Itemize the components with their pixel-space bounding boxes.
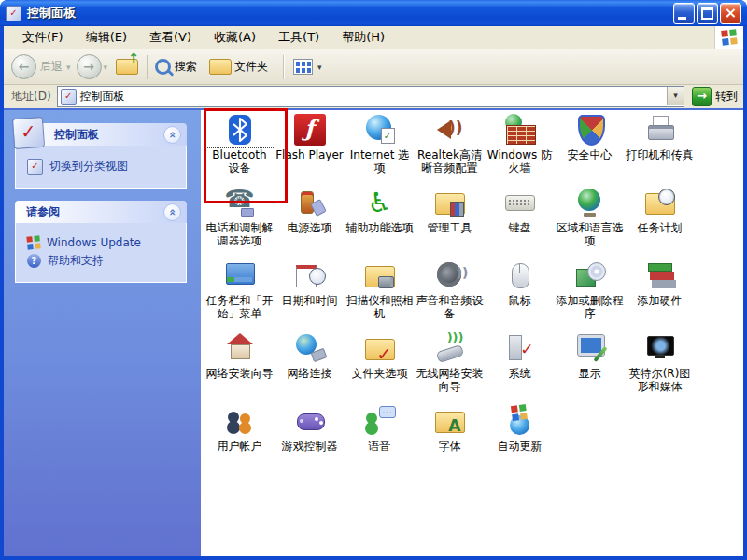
cp-item-display[interactable]: 显示 [555,332,625,405]
cp-item-speech[interactable]: 语音 [345,405,415,478]
sidebar-item-windows-update[interactable]: Windows Update [27,236,182,249]
control-panel-icon [12,117,45,149]
cp-item-label: 任务计划 [625,221,695,234]
accessibility-options-icon [364,187,396,218]
back-dropdown-icon[interactable]: ▾ [66,63,71,72]
cp-item-administrative-tools[interactable]: 管理工具 [415,187,485,259]
cp-item-flash-player[interactable]: Flash Player [275,114,345,187]
cp-item-security-center[interactable]: 安全中心 [555,114,625,187]
cp-item-wireless-network-setup-wizard[interactable]: 无线网络安装向导 [415,332,485,405]
panel-body: Windows Update 帮助和支持 [15,223,187,283]
views-dropdown-icon[interactable]: ▾ [317,63,322,72]
date-time-icon [294,259,326,291]
maximize-button[interactable] [697,3,718,24]
automatic-updates-icon [504,405,536,437]
display-icon [574,332,606,364]
sidebar-link-label: 帮助和支持 [48,253,104,269]
search-icon[interactable] [155,59,171,75]
cp-item-label: 任务栏和「开始」菜单 [204,294,275,320]
cp-item-regional-language-options[interactable]: 区域和语言选项 [555,187,625,259]
cp-item-add-remove-programs[interactable]: 添加或删除程序 [555,259,625,332]
cp-item-power-options[interactable]: 电源选项 [275,187,345,259]
cp-item-network-connections[interactable]: 网络连接 [275,332,345,405]
cp-item-system[interactable]: 系统 [485,332,555,405]
security-center-icon [574,114,606,146]
address-dropdown-button[interactable]: ▾ [667,87,684,105]
help-support-icon [27,254,41,268]
cp-item-realtek-audio[interactable]: Realtek高清晰音频配置 [415,114,485,187]
folders-icon[interactable] [209,59,232,75]
address-label: 地址(D) [11,89,51,105]
windows-update-icon [26,235,40,249]
cp-item-network-setup-wizard[interactable]: 网络安装向导 [204,332,275,405]
address-combobox[interactable]: 控制面板 ▾ [57,86,684,107]
phone-modem-options-icon [224,187,256,218]
game-controllers-icon [294,405,326,437]
cp-item-label: 扫描仪和照相机 [345,294,415,320]
cp-item-accessibility-options[interactable]: 辅助功能选项 [345,187,415,259]
chevron-up-icon[interactable] [163,203,181,221]
panel-body: 切换到分类视图 [15,146,187,189]
back-button[interactable] [11,54,36,79]
bluetooth-devices-icon [224,114,256,146]
forward-button[interactable] [77,54,102,79]
folders-button-label[interactable]: 文件夹 [234,59,268,75]
window-client: 文件(F) 编辑(E) 查看(V) 收藏(A) 工具(T) 帮助(H) 后退 ▾… [4,26,743,556]
cp-item-folder-options[interactable]: 文件夹选项 [345,332,415,405]
cp-item-user-accounts[interactable]: 用户帐户 [204,405,275,478]
windows-logo-block [714,26,743,49]
cp-item-scanners-cameras[interactable]: 扫描仪和照相机 [345,259,415,332]
panel-title: 请参阅 [26,204,163,220]
cp-item-mouse[interactable]: 鼠标 [485,259,555,332]
search-button-label[interactable]: 搜索 [175,59,197,75]
sidebar-item-switch-category-view[interactable]: 切换到分类视图 [27,159,182,175]
cp-item-scheduled-tasks[interactable]: 任务计划 [625,187,695,259]
cp-item-label: 无线网络安装向导 [415,367,485,393]
cp-item-bluetooth-devices[interactable]: Bluetooth 设备 [204,114,275,187]
internet-options-icon [364,114,396,146]
cp-item-label: 管理工具 [415,221,485,234]
cp-item-intel-graphics-media[interactable]: 英特尔(R)图形和媒体 [625,332,695,405]
mouse-icon [504,259,536,291]
cp-item-phone-modem-options[interactable]: 电话和调制解调器选项 [204,187,275,259]
forward-dropdown-icon[interactable]: ▾ [104,63,108,72]
menu-file[interactable]: 文件(F) [11,26,75,49]
up-button[interactable] [116,59,138,75]
realtek-audio-icon [434,114,466,146]
minimize-button[interactable] [673,3,695,24]
menu-help[interactable]: 帮助(H) [331,26,396,49]
network-setup-wizard-icon [224,332,256,364]
cp-item-printers-faxes[interactable]: 打印机和传真 [625,114,695,187]
speech-icon [364,405,396,437]
cp-item-sounds-audio-devices[interactable]: 声音和音频设备 [415,259,485,332]
content-area: 控制面板 切换到分类视图 请参阅 [4,108,743,556]
go-icon[interactable] [692,87,712,106]
cp-item-internet-options[interactable]: Internet 选项 [345,114,415,187]
menu-tools[interactable]: 工具(T) [267,26,331,49]
cp-item-date-time[interactable]: 日期和时间 [275,259,345,332]
chevron-up-icon[interactable] [163,126,181,144]
titlebar: 控制面板 [0,0,747,26]
cp-item-automatic-updates[interactable]: 自动更新 [485,405,555,478]
cp-item-add-hardware[interactable]: 添加硬件 [625,259,695,332]
cp-item-keyboard[interactable]: 键盘 [485,187,555,259]
cp-item-taskbar-start-menu[interactable]: 任务栏和「开始」菜单 [204,259,275,332]
cp-item-label: 安全中心 [555,148,625,161]
go-label[interactable]: 转到 [715,89,738,105]
sidebar-item-help-support[interactable]: 帮助和支持 [27,253,182,269]
intel-graphics-media-icon [644,332,676,364]
panel-header[interactable]: 控制面板 [15,123,187,146]
cp-item-windows-firewall[interactable]: Windows 防火墙 [485,114,555,187]
panel-header[interactable]: 请参阅 [15,201,187,223]
cp-item-label: 添加或删除程序 [555,294,625,320]
cp-item-game-controllers[interactable]: 游戏控制器 [275,405,345,478]
cp-item-label: Bluetooth 设备 [204,148,275,175]
cp-item-fonts[interactable]: 字体 [415,405,485,478]
menu-edit[interactable]: 编辑(E) [75,26,138,49]
cp-item-label: Realtek高清晰音频配置 [415,148,485,175]
menu-favorites[interactable]: 收藏(A) [203,26,267,49]
views-icon[interactable] [293,59,313,75]
cp-item-label: 游戏控制器 [275,440,345,453]
close-button[interactable] [720,3,741,24]
menu-view[interactable]: 查看(V) [138,26,203,49]
